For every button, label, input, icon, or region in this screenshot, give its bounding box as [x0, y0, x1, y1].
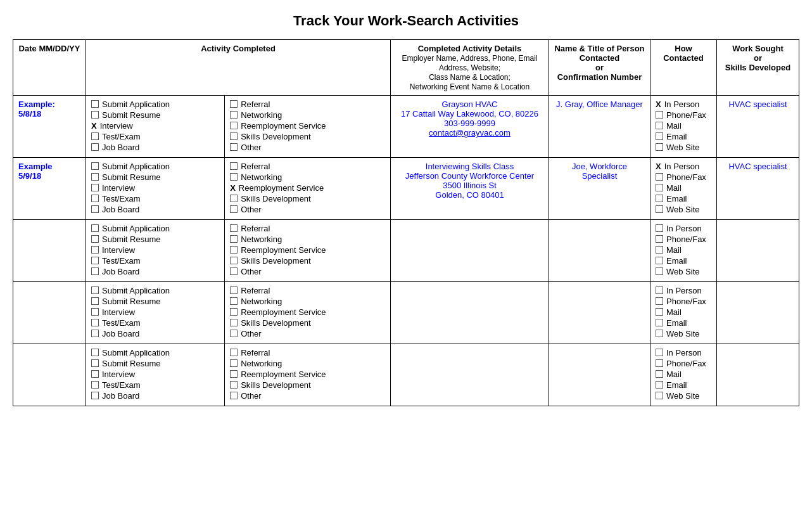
activity-col2: ReferralNetworkingReemployment ServiceSk… — [225, 220, 391, 282]
checkbox[interactable] — [230, 381, 238, 389]
checkbox[interactable] — [656, 349, 663, 356]
checkbox[interactable] — [91, 319, 99, 326]
checkbox[interactable] — [91, 257, 99, 264]
page-title: Track Your Work-Search Activities — [13, 13, 799, 29]
checkbox[interactable] — [230, 111, 238, 119]
checkbox[interactable] — [656, 132, 663, 140]
checkbox[interactable] — [91, 143, 99, 151]
checkbox[interactable] — [656, 330, 663, 337]
header-activity: Activity Completed — [86, 40, 391, 96]
checkbox[interactable] — [91, 267, 99, 275]
checkbox[interactable] — [230, 132, 238, 140]
checkbox[interactable] — [230, 319, 238, 326]
checkbox[interactable] — [656, 111, 663, 119]
how-item: Web Site — [656, 205, 711, 214]
checkbox[interactable] — [656, 205, 663, 213]
checkbox[interactable] — [91, 111, 99, 119]
checkbox-item: Submit Application — [91, 348, 219, 357]
checkbox[interactable] — [656, 359, 663, 367]
checkbox[interactable] — [656, 392, 663, 399]
checkbox[interactable] — [91, 286, 99, 294]
checkbox[interactable] — [91, 349, 99, 356]
checkbox[interactable] — [91, 100, 99, 108]
email-link[interactable]: contact@grayvac.com — [429, 128, 511, 138]
how-item: Email — [656, 194, 711, 203]
checkbox[interactable] — [91, 173, 99, 181]
checkbox-item: Test/Exam — [91, 132, 219, 141]
checkbox[interactable] — [230, 370, 238, 378]
checkbox[interactable] — [656, 297, 663, 305]
skills-cell — [717, 220, 799, 282]
activity-col1: Submit ApplicationSubmit ResumeXIntervie… — [86, 96, 225, 158]
checkbox[interactable] — [230, 257, 238, 264]
checkbox[interactable] — [230, 330, 238, 337]
checkbox[interactable] — [230, 349, 238, 356]
checkbox[interactable] — [91, 132, 99, 140]
checkbox-item: Other — [230, 329, 385, 338]
checkbox[interactable] — [230, 224, 238, 232]
date-cell — [13, 282, 86, 344]
checkbox[interactable] — [91, 370, 99, 378]
checkbox[interactable] — [91, 184, 99, 191]
checkbox[interactable] — [230, 246, 238, 254]
checkbox[interactable] — [656, 267, 663, 275]
checkbox[interactable] — [230, 297, 238, 305]
checkbox[interactable] — [230, 359, 238, 367]
contact-cell: Joe, Workforce Specialist — [549, 158, 650, 220]
checkbox[interactable] — [656, 286, 663, 294]
checkbox[interactable] — [230, 392, 238, 399]
checkbox-item: Networking — [230, 235, 385, 244]
checkbox[interactable] — [230, 308, 238, 316]
checkbox-item: Other — [230, 267, 385, 276]
checkbox-item: Networking — [230, 297, 385, 306]
checkbox-item: Submit Resume — [91, 110, 219, 120]
checkbox[interactable] — [91, 235, 99, 243]
activity-table: Date MM/DD/YY Activity Completed Complet… — [13, 39, 799, 406]
checkbox[interactable] — [91, 359, 99, 367]
checkbox[interactable] — [230, 235, 238, 243]
header-how: How Contacted — [650, 40, 717, 96]
checkbox[interactable] — [656, 308, 663, 316]
checkbox[interactable] — [230, 173, 238, 181]
checkbox[interactable] — [91, 297, 99, 305]
checkbox[interactable] — [230, 100, 238, 108]
how-item: Email — [656, 132, 711, 141]
checkbox[interactable] — [91, 330, 99, 337]
checkbox[interactable] — [656, 184, 663, 191]
checkbox[interactable] — [91, 308, 99, 316]
checkbox[interactable] — [656, 370, 663, 378]
header-skills: Work SoughtorSkills Developed — [717, 40, 799, 96]
how-item: Mail — [656, 307, 711, 317]
checkbox[interactable] — [656, 143, 663, 151]
how-item: Email — [656, 380, 711, 390]
checkbox[interactable] — [91, 162, 99, 170]
checkbox[interactable] — [656, 246, 663, 254]
checkbox[interactable] — [91, 205, 99, 213]
checkbox[interactable] — [91, 246, 99, 254]
checkbox[interactable] — [656, 195, 663, 202]
checkbox[interactable] — [656, 257, 663, 264]
checkbox[interactable] — [91, 392, 99, 399]
checkbox[interactable] — [91, 224, 99, 232]
checkbox[interactable] — [230, 162, 238, 170]
checkbox[interactable] — [230, 205, 238, 213]
checkbox[interactable] — [656, 381, 663, 389]
activity-col2: ReferralNetworkingReemployment ServiceSk… — [225, 344, 391, 406]
header-date: Date MM/DD/YY — [13, 40, 86, 96]
checkbox[interactable] — [656, 235, 663, 243]
checkbox[interactable] — [91, 195, 99, 202]
checkbox-item: Other — [230, 205, 385, 214]
checkbox-item: Referral — [230, 224, 385, 233]
how-item: Phone/Fax — [656, 110, 711, 120]
checkbox[interactable] — [230, 195, 238, 202]
checkbox[interactable] — [91, 381, 99, 389]
checkbox[interactable] — [656, 122, 663, 129]
checkbox[interactable] — [230, 122, 238, 129]
checkbox[interactable] — [230, 286, 238, 294]
checkbox[interactable] — [230, 143, 238, 151]
checkbox-item: Networking — [230, 359, 385, 368]
checkbox[interactable] — [656, 173, 663, 181]
checkbox[interactable] — [656, 224, 663, 232]
checkbox[interactable] — [230, 267, 238, 275]
checkbox[interactable] — [656, 319, 663, 326]
